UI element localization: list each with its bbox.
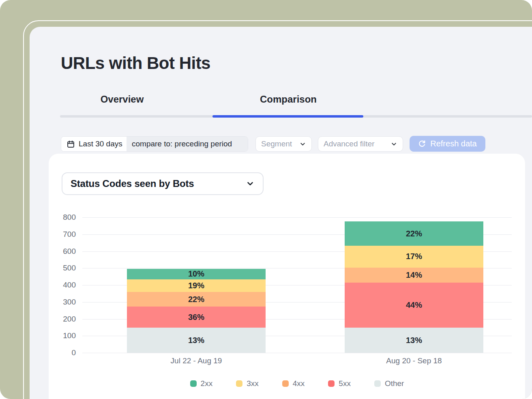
calendar-icon: [66, 140, 75, 148]
app-window: URLs with Bot Hits Overview Comparison L…: [0, 0, 532, 399]
bar-segment-label: 10%: [188, 269, 204, 279]
legend-label-3xx: 3xx: [247, 379, 259, 388]
bar-segment-4xx[interactable]: 14%: [345, 268, 483, 283]
legend-swatch-5xx: [328, 380, 335, 387]
active-tab-indicator: [212, 115, 363, 118]
legend-label-2xx: 2xx: [201, 379, 213, 388]
legend-label-5xx: 5xx: [339, 379, 351, 388]
tab-track: [60, 115, 532, 118]
y-tick-label-200: 200: [49, 314, 76, 324]
y-tick-label-700: 700: [49, 230, 76, 239]
x-axis-label-1: Aug 20 - Sep 18: [386, 356, 442, 365]
bar-segment-label: 22%: [406, 229, 422, 238]
legend-item-5xx[interactable]: 5xx: [328, 379, 351, 388]
y-tick-label-0: 0: [49, 348, 76, 358]
legend-swatch-2xx: [190, 380, 197, 387]
tab-overview[interactable]: Overview: [101, 94, 144, 105]
bar-segment-label: 13%: [406, 336, 422, 345]
bar-segment-2xx[interactable]: 22%: [345, 221, 483, 245]
date-range-label: Last 30 days: [79, 139, 122, 148]
segment-dropdown-label: Segment: [261, 139, 292, 148]
date-range-main[interactable]: Last 30 days: [61, 137, 127, 151]
y-tick-label-100: 100: [49, 331, 76, 341]
legend-swatch-3xx: [236, 380, 242, 387]
legend-item-4xx[interactable]: 4xx: [282, 379, 305, 388]
bar-segment-label: 44%: [406, 300, 422, 310]
bar-segment-label: 22%: [188, 295, 204, 304]
legend-swatch-other: [374, 380, 381, 387]
x-axis-label-0: Jul 22 - Aug 19: [171, 356, 222, 365]
chart-legend: 2xx3xx4xx5xxOther: [82, 379, 512, 388]
date-compare-section[interactable]: compare to: preceding period: [127, 137, 248, 151]
y-tick-label-500: 500: [49, 263, 76, 273]
advanced-filter-label: Advanced filter: [324, 139, 375, 148]
bar-segment-other[interactable]: 13%: [345, 328, 483, 353]
legend-item-2xx[interactable]: 2xx: [190, 379, 213, 388]
legend-label-4xx: 4xx: [293, 379, 305, 388]
legend-item-other[interactable]: Other: [374, 379, 404, 388]
bar-segment-2xx[interactable]: 10%: [127, 269, 266, 279]
legend-item-3xx[interactable]: 3xx: [236, 379, 259, 388]
y-tick-label-600: 600: [49, 247, 76, 256]
date-range-picker[interactable]: Last 30 days compare to: preceding perio…: [61, 136, 248, 152]
bar-segment-label: 13%: [188, 336, 204, 345]
advanced-filter-dropdown[interactable]: Advanced filter: [318, 136, 403, 152]
refresh-icon: [418, 140, 426, 148]
gridline-0: [82, 353, 512, 353]
bar-group-1: 13%44%14%17%22%: [345, 154, 483, 353]
y-tick-label-300: 300: [49, 297, 76, 307]
y-tick-label-800: 800: [49, 212, 76, 222]
legend-swatch-4xx: [282, 380, 289, 387]
bar-segment-label: 19%: [188, 281, 204, 290]
bar-segment-label: 14%: [406, 270, 422, 280]
bar-segment-3xx[interactable]: 17%: [345, 246, 483, 268]
bar-segment-label: 36%: [188, 313, 204, 322]
bar-group-0: 13%36%22%19%10%: [127, 154, 266, 353]
chevron-down-icon: [299, 141, 306, 148]
bar-segment-3xx[interactable]: 19%: [127, 279, 266, 292]
chevron-down-icon: [390, 141, 397, 148]
bar-segment-5xx[interactable]: 44%: [345, 283, 483, 328]
bar-segment-label: 17%: [406, 252, 422, 261]
bar-segment-4xx[interactable]: 22%: [127, 292, 266, 307]
legend-label-other: Other: [385, 379, 404, 388]
page-title: URLs with Bot Hits: [61, 53, 210, 74]
compare-label: compare to: preceding period: [132, 139, 232, 148]
bar-segment-5xx[interactable]: 36%: [127, 307, 266, 328]
tab-comparison[interactable]: Comparison: [260, 94, 317, 105]
segment-dropdown[interactable]: Segment: [255, 136, 312, 152]
chart-card: Status Codes seen by Bots 01002003004005…: [49, 154, 525, 399]
bar-segment-other[interactable]: 13%: [127, 328, 266, 353]
refresh-label: Refresh data: [430, 139, 477, 148]
refresh-data-button[interactable]: Refresh data: [410, 136, 485, 152]
y-tick-label-400: 400: [49, 280, 76, 290]
